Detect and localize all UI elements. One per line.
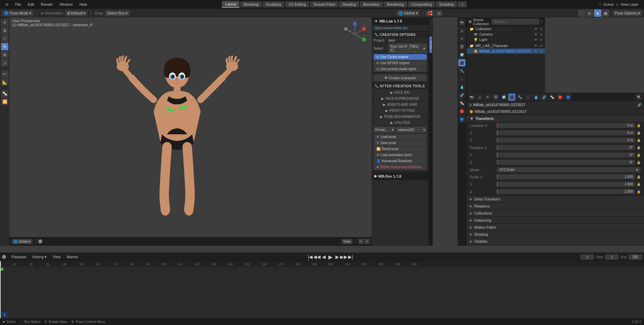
preset-type-dropdown[interactable]: Femal... ▾ <box>374 127 395 133</box>
data-name-value[interactable]: MBlab_sk1616766891.0223527 <box>475 109 641 113</box>
mode-selector[interactable]: 🔵 Pose Mode ▾ <box>2 10 34 16</box>
mblab-obj-eye[interactable]: 👁 <box>534 49 538 53</box>
keying-btn[interactable]: Keying ▾ <box>31 254 49 260</box>
rpt-scene[interactable]: 🎬 <box>492 93 499 101</box>
tool-scale[interactable]: ⊞ <box>1 51 8 58</box>
marker-btn[interactable]: Marker <box>65 254 80 260</box>
tool-move[interactable]: ⊹ <box>1 35 8 42</box>
frame-number-badge[interactable]: 1 <box>1 312 7 317</box>
obj-name-link[interactable]: 🔗 <box>637 103 641 107</box>
next-frame-btn[interactable]: ▶ <box>334 254 340 260</box>
scale-z-input[interactable]: 1.000 <box>497 189 635 194</box>
utilities-btn[interactable]: ▶ UTILITIES <box>374 120 427 126</box>
rot-x-lock[interactable]: 🔒 <box>637 146 641 149</box>
nav-gizmo[interactable]: X Y Z <box>341 21 368 48</box>
rot-y-input[interactable]: 0° <box>497 152 635 157</box>
tool-cursor[interactable]: ⊕ <box>1 27 8 34</box>
tool-rotate[interactable]: ↻ <box>1 43 8 50</box>
tool-relax[interactable]: 🔀 <box>1 98 8 105</box>
rpt-particles[interactable]: ⊹ <box>524 93 532 101</box>
outliner-item-camera[interactable]: 📷 Camera 👁 ⊙ <box>467 32 545 37</box>
coll-eye-icon[interactable]: 👁 <box>534 27 538 31</box>
props-tab-bone-constraints[interactable]: 🔵 <box>458 115 466 123</box>
props-tab-bone[interactable]: 🔴 <box>458 107 466 115</box>
mode-dropdown[interactable]: XYZ Euler ▾ <box>497 167 641 172</box>
end-frame-input[interactable]: 250 <box>629 254 642 260</box>
mbl-tab-item[interactable] <box>429 19 432 36</box>
pose-options-btn[interactable]: Pose Options ▾ <box>613 10 642 16</box>
orientation-selector[interactable]: ⊞ Default ▾ <box>65 10 88 16</box>
outliner-item-mb-char[interactable]: 📁 MB_LAB_Character 👁 ⊙ <box>467 43 545 48</box>
rpt-data[interactable]: 🦴 <box>548 93 556 101</box>
shading-section[interactable]: ▶ Shading <box>467 231 644 238</box>
overlay-icon2[interactable]: ✦ <box>364 239 370 244</box>
tool-measure[interactable]: 📐 <box>1 79 8 86</box>
mbdev-header[interactable]: ▶ MB-Dev 1.7.8 <box>372 172 429 180</box>
transform-space[interactable]: 🌐 Global ▾ <box>396 10 420 16</box>
loc-x-input[interactable]: 0 m <box>497 123 635 128</box>
loc-z-input[interactable]: 0 m <box>497 138 635 143</box>
props-tab-view[interactable]: 👁 <box>458 35 466 42</box>
current-frame-input[interactable]: 1 <box>581 254 594 260</box>
global-indicator[interactable]: 🌐 Global ▾ <box>11 239 33 244</box>
mblab-obj-vis[interactable]: ⊙ <box>540 49 542 53</box>
object-name-value[interactable]: MBlab_sk1616766891.0223527 <box>473 103 636 107</box>
tab-compositing[interactable]: Compositing <box>408 1 435 7</box>
viewport-shade-render[interactable]: ⬤ <box>602 9 609 17</box>
rpt-constraints[interactable]: 🔗 <box>540 93 548 101</box>
light-vis-icon[interactable]: ⊙ <box>540 38 542 42</box>
rpt-modifiers[interactable]: 🔧 <box>516 93 524 101</box>
preset-name-dropdown[interactable]: captured01 ▾ <box>396 127 427 133</box>
loc-z-lock[interactable]: 🔒 <box>637 138 641 142</box>
character-select-dropdown[interactable]: Toon Girl (F_TN01) (C... ▾ <box>388 44 427 53</box>
tab-rendering[interactable]: Rendering <box>384 1 408 7</box>
tool-pose[interactable]: 🦴 <box>1 90 8 97</box>
delta-transform-section[interactable]: ▶ Delta Transform <box>467 195 644 202</box>
props-tab-scene[interactable]: 🎬 <box>458 43 466 50</box>
viewport-3d[interactable]: User Perspective (1) MBlab_sk1616766891.… <box>9 17 372 246</box>
reset-pose-btn[interactable]: 🔀 Reset pose <box>374 146 427 152</box>
tool-select[interactable]: ✛ <box>1 19 8 26</box>
motion-paths-section[interactable]: ▶ Motion Paths <box>467 224 644 231</box>
help-menu[interactable]: Help <box>77 2 90 7</box>
playhead-dot[interactable] <box>38 239 42 243</box>
after-creation-header[interactable]: 🔧 AFTER CREATION TOOLS <box>372 83 429 89</box>
timeline-track-area[interactable]: 1 <box>0 267 644 318</box>
loc-y-input[interactable]: 0 m <box>497 130 635 135</box>
rpt-bone[interactable]: 🔴 <box>556 93 564 101</box>
outliner-item-mblab-obj[interactable]: 🔶 MBlab_sk1616766891.0223527 👁 ⊙ <box>467 48 545 54</box>
play-back-btn[interactable]: ◀◀ <box>314 254 320 260</box>
mb-eye-icon[interactable]: 👁 <box>534 44 538 48</box>
outliner-filter-icon[interactable]: ▽ <box>540 20 543 24</box>
jump-start-btn[interactable]: |◀ <box>308 254 313 260</box>
rpt-physics[interactable]: 💧 <box>532 93 540 101</box>
props-tab-physics[interactable]: 💧 <box>458 83 466 91</box>
cam-eye-icon[interactable]: 👁 <box>534 33 538 36</box>
tab-animation[interactable]: Animation <box>360 1 383 7</box>
render-menu[interactable]: Render <box>38 2 56 7</box>
cam-vis-icon[interactable]: ⊙ <box>540 33 542 36</box>
file-menu[interactable]: File <box>12 2 24 7</box>
collections-section[interactable]: ▶ Collections <box>467 210 644 217</box>
magnet-toggle[interactable]: 🧲 <box>426 10 434 16</box>
scale-y-lock[interactable]: 🔒 <box>637 182 641 186</box>
props-tab-object[interactable]: ⬛ <box>458 59 466 66</box>
proportional-toggle[interactable]: ⊙ <box>436 10 443 16</box>
tab-layout[interactable]: Layout <box>222 1 239 8</box>
props-tab-output[interactable]: 🖨 <box>458 27 466 34</box>
transform-section-header[interactable]: ▼ Transform <box>467 115 644 122</box>
overlay-icon1[interactable]: ⊕ <box>358 239 364 244</box>
tab-texture-paint[interactable]: Texture Paint <box>310 1 338 7</box>
save-pose-btn[interactable]: ⬆ Save pose <box>374 140 427 146</box>
outliner-search[interactable] <box>492 19 539 25</box>
cycles-engine-btn[interactable]: ⊙ Use Cycles engine <box>374 54 427 60</box>
rpt-world[interactable]: 🌍 <box>500 93 507 101</box>
mblab-url[interactable]: https://www.mblab.dev <box>372 25 429 31</box>
mbl-tab-mblab[interactable]: MB-Lab <box>429 36 432 53</box>
viewport-shade-material[interactable]: ◈ <box>594 9 601 17</box>
tool-transform[interactable]: ⊿ <box>1 59 8 66</box>
tab-add[interactable]: + <box>458 1 466 7</box>
rpt-object[interactable]: ⬛ <box>508 93 516 101</box>
face-expr-btn[interactable]: ▶ FACE EXPRESSIONS <box>374 96 427 101</box>
rot-x-input[interactable]: 0° <box>497 145 635 150</box>
